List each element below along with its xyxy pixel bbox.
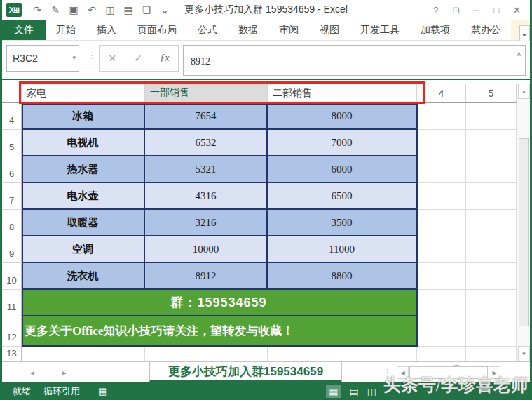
name-box-dropdown-icon[interactable]: ▾	[72, 54, 76, 61]
next-sheet-icon[interactable]: ▸	[62, 368, 67, 378]
circular-reference-indicator[interactable]: 循环引用	[43, 385, 80, 398]
dept2-sales-cell[interactable]: 3500	[268, 210, 417, 236]
empty-cell[interactable]	[417, 347, 466, 361]
promo-banner-cell[interactable]: 更多关于Office知识小技巧请关注，望转发与收藏！	[22, 316, 417, 347]
ribbon-tab-home[interactable]: 开始	[46, 20, 86, 40]
dept2-sales-cell[interactable]: 8800	[268, 263, 417, 290]
minimize-icon[interactable]: ─	[466, 1, 486, 18]
ribbon-tab-view[interactable]: 视图	[309, 20, 350, 40]
row-number[interactable]: 8	[2, 210, 22, 236]
formula-bar-splitter[interactable]: ⋮	[88, 51, 96, 60]
empty-cell[interactable]	[417, 183, 466, 210]
dept2-sales-cell[interactable]: 7000	[268, 130, 417, 156]
column-header-4[interactable]: 4	[417, 84, 466, 103]
dept1-sales-cell[interactable]: 8912	[145, 263, 268, 290]
empty-cell[interactable]	[417, 263, 466, 290]
insert-function-icon[interactable]: ƒx	[160, 53, 169, 64]
ribbon-tab-file[interactable]: 文件	[2, 20, 46, 40]
dept1-sales-cell[interactable]: 4316	[145, 183, 268, 210]
empty-cell[interactable]	[417, 236, 466, 263]
enter-icon[interactable]: ✓	[134, 53, 142, 64]
product-cell[interactable]: 电水壶	[22, 183, 145, 210]
collapse-formula-bar-icon[interactable]: ∧	[517, 50, 521, 58]
dept1-sales-cell[interactable]: 3216	[145, 210, 268, 236]
ribbon-tab-hui-office[interactable]: 慧办公	[461, 20, 511, 40]
empty-cell[interactable]	[466, 183, 517, 210]
tab-scroll-splitter[interactable]: ⋮	[383, 368, 391, 377]
column-header-5[interactable]: 5	[466, 84, 517, 103]
dept2-sales-cell[interactable]: 8000	[268, 103, 417, 130]
prev-sheet-icon[interactable]: ◂	[30, 368, 34, 378]
print-preview-icon[interactable]: ◫	[102, 2, 118, 18]
empty-cell[interactable]	[268, 347, 417, 361]
ribbon-tab-data[interactable]: 数据	[228, 20, 268, 40]
empty-cell[interactable]	[466, 103, 517, 130]
scroll-right-icon[interactable]: ▶	[489, 366, 500, 379]
product-cell[interactable]: 热水器	[22, 156, 145, 183]
vertical-scroll-thumb[interactable]	[519, 138, 529, 326]
empty-cell[interactable]	[417, 156, 466, 183]
empty-cell[interactable]	[466, 210, 517, 236]
new-document-icon[interactable]: ❏	[138, 2, 155, 18]
page-layout-view-icon[interactable]: ▤	[350, 386, 359, 397]
dept2-sales-cell[interactable]: 6000	[268, 156, 417, 183]
ribbon-tab-insert[interactable]: 插入	[86, 20, 127, 40]
toolbox-icon[interactable]: ▤	[120, 2, 137, 18]
redo-icon[interactable]: ↷	[29, 2, 46, 18]
row-number[interactable]: 11	[2, 290, 22, 316]
excel-logo-icon[interactable]: X⊞	[6, 3, 22, 17]
normal-view-icon[interactable]: ▦	[326, 385, 341, 398]
empty-cell[interactable]	[417, 290, 466, 316]
scroll-left-icon[interactable]: ◀	[397, 366, 409, 379]
close-icon[interactable]: ✕	[507, 1, 527, 18]
empty-cell[interactable]	[466, 156, 517, 183]
empty-cell[interactable]	[466, 290, 517, 316]
row-number[interactable]: 7	[2, 183, 22, 210]
ribbon-tab-page-layout[interactable]: 页面布局	[127, 20, 187, 40]
empty-cell[interactable]	[417, 316, 466, 347]
active-sheet-tab[interactable]: 更多小技巧加入群159534659	[149, 362, 342, 382]
product-cell[interactable]: 空调	[22, 236, 145, 263]
group-banner-cell[interactable]: 群：159534659	[22, 290, 417, 316]
empty-cell[interactable]	[466, 263, 517, 290]
customize-qat-icon[interactable]: ⌄	[156, 2, 173, 18]
empty-cell[interactable]	[22, 347, 145, 361]
column-header-1[interactable]: 家电	[22, 84, 145, 103]
product-cell[interactable]: 电视机	[22, 130, 145, 156]
dept1-sales-cell[interactable]: 10000	[145, 236, 268, 263]
row-number[interactable]: 13	[2, 347, 22, 361]
reply-icon[interactable]: ✎	[47, 2, 64, 18]
empty-cell[interactable]	[417, 130, 466, 156]
empty-cell[interactable]	[466, 347, 517, 361]
horizontal-scroll-thumb[interactable]	[409, 366, 488, 379]
row-number[interactable]: 12	[2, 316, 22, 347]
horizontal-scrollbar[interactable]: ◀ ▶	[397, 366, 500, 379]
select-all-corner[interactable]	[2, 84, 22, 103]
maximize-icon[interactable]: □	[486, 1, 507, 18]
product-cell[interactable]: 取暖器	[22, 210, 145, 236]
ribbon-tab-review[interactable]: 审阅	[268, 20, 309, 40]
scroll-up-icon[interactable]: ▲	[518, 84, 530, 99]
macro-record-icon[interactable]: ▦	[98, 386, 107, 396]
empty-cell[interactable]	[466, 316, 517, 347]
ribbon-tab-add-ins[interactable]: 加载项	[410, 20, 461, 40]
ribbon-tab-developer[interactable]: 开发工具	[350, 20, 410, 40]
product-cell[interactable]: 洗衣机	[22, 263, 145, 290]
formula-input[interactable]	[184, 46, 525, 75]
vertical-scrollbar[interactable]: ▲ ▼	[517, 84, 530, 361]
page-break-view-icon[interactable]: ◫	[367, 386, 376, 397]
row-number[interactable]: 4	[2, 103, 22, 130]
empty-cell[interactable]	[466, 236, 517, 263]
row-number[interactable]: 10	[2, 263, 22, 290]
dept1-sales-cell[interactable]: 6532	[145, 130, 268, 156]
row-number[interactable]: 9	[2, 236, 22, 263]
empty-cell[interactable]	[466, 130, 517, 156]
cancel-icon[interactable]: ✕	[109, 53, 117, 64]
empty-cell[interactable]	[145, 347, 268, 361]
column-header-2[interactable]: 一部销售	[145, 84, 268, 103]
name-box[interactable]: R3C2 ▾	[6, 45, 79, 72]
row-number[interactable]: 6	[2, 156, 22, 183]
undo-icon[interactable]: ↶	[83, 2, 100, 18]
help-icon[interactable]: ?	[425, 1, 446, 18]
dept2-sales-cell[interactable]: 11000	[268, 236, 417, 263]
